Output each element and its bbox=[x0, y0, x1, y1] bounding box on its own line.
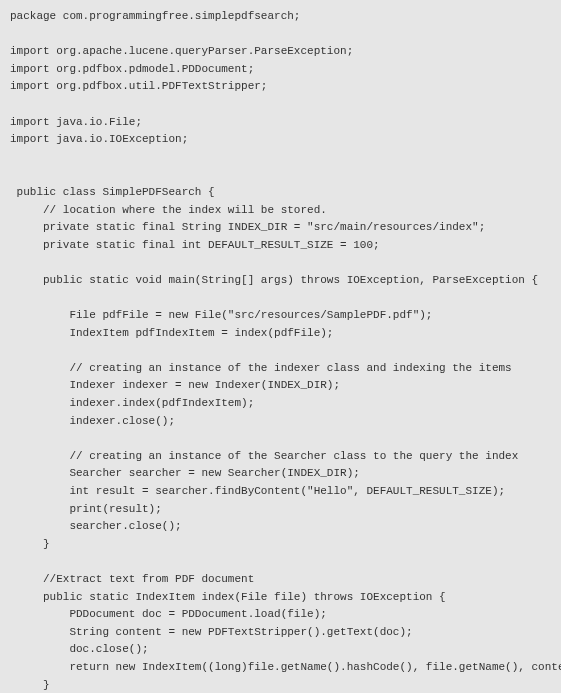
code-line bbox=[10, 430, 551, 448]
code-line: int result = searcher.findByContent("Hel… bbox=[10, 483, 551, 501]
code-line: //Extract text from PDF document bbox=[10, 571, 551, 589]
code-line bbox=[10, 342, 551, 360]
code-line: public static IndexItem index(File file)… bbox=[10, 589, 551, 607]
code-line: public static void main(String[] args) t… bbox=[10, 272, 551, 290]
code-line: PDDocument doc = PDDocument.load(file); bbox=[10, 606, 551, 624]
code-line: private static final String INDEX_DIR = … bbox=[10, 219, 551, 237]
code-line: File pdfFile = new File("src/resources/S… bbox=[10, 307, 551, 325]
code-line bbox=[10, 553, 551, 571]
code-line bbox=[10, 96, 551, 114]
code-line bbox=[10, 290, 551, 308]
code-line: return new IndexItem((long)file.getName(… bbox=[10, 659, 551, 677]
code-line: print(result); bbox=[10, 501, 551, 519]
code-line: // creating an instance of the indexer c… bbox=[10, 360, 551, 378]
code-line: import java.io.File; bbox=[10, 114, 551, 132]
code-line: import org.apache.lucene.queryParser.Par… bbox=[10, 43, 551, 61]
code-line: String content = new PDFTextStripper().g… bbox=[10, 624, 551, 642]
code-block: package com.programmingfree.simplepdfsea… bbox=[0, 0, 561, 693]
code-line: // creating an instance of the Searcher … bbox=[10, 448, 551, 466]
code-line: Indexer indexer = new Indexer(INDEX_DIR)… bbox=[10, 377, 551, 395]
code-line: indexer.index(pdfIndexItem); bbox=[10, 395, 551, 413]
code-line bbox=[10, 254, 551, 272]
code-line: searcher.close(); bbox=[10, 518, 551, 536]
code-line: indexer.close(); bbox=[10, 413, 551, 431]
code-line: import org.pdfbox.pdmodel.PDDocument; bbox=[10, 61, 551, 79]
code-line: // location where the index will be stor… bbox=[10, 202, 551, 220]
code-line: doc.close(); bbox=[10, 641, 551, 659]
code-line: import org.pdfbox.util.PDFTextStripper; bbox=[10, 78, 551, 96]
code-line: Searcher searcher = new Searcher(INDEX_D… bbox=[10, 465, 551, 483]
code-line: public class SimplePDFSearch { bbox=[10, 184, 551, 202]
code-line: private static final int DEFAULT_RESULT_… bbox=[10, 237, 551, 255]
code-line bbox=[10, 149, 551, 167]
code-line: import java.io.IOException; bbox=[10, 131, 551, 149]
code-line: } bbox=[10, 536, 551, 554]
code-line: package com.programmingfree.simplepdfsea… bbox=[10, 8, 551, 26]
code-line: } bbox=[10, 677, 551, 693]
code-line: IndexItem pdfIndexItem = index(pdfFile); bbox=[10, 325, 551, 343]
code-line bbox=[10, 26, 551, 44]
code-line bbox=[10, 166, 551, 184]
